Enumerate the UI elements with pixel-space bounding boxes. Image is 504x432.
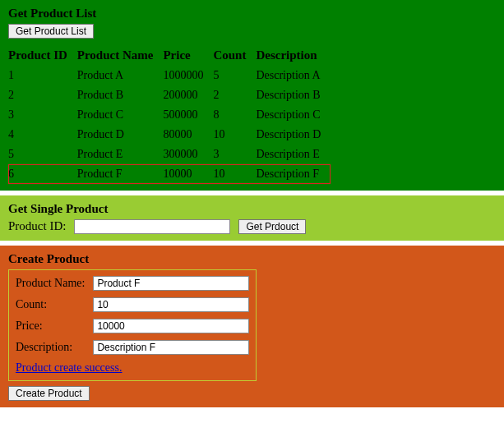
cell-id: 1 [8,66,77,85]
cell-count: 2 [213,85,256,105]
cell-count: 10 [213,125,256,145]
cell-desc: Description D [256,125,331,145]
get-single-product-button[interactable]: Get Prdouct [238,219,306,234]
cell-name: Product A [77,66,164,85]
table-row[interactable]: 5Product E3000003Description E [8,145,331,164]
table-row[interactable]: 6Product F1000010Description F [8,164,331,184]
get-product-list-button[interactable]: Get Product List [8,24,94,39]
cell-count: 10 [213,164,256,184]
cell-desc: Description A [256,66,331,85]
cell-count: 8 [213,105,256,125]
cell-price: 10000 [163,164,213,184]
product-table-header-row: Product ID Product Name Price Count Desc… [8,45,331,66]
col-header-price: Price [163,45,213,66]
get-product-list-title: Get Product List [8,7,496,21]
col-header-desc: Description [256,45,331,66]
product-price-label: Price: [12,316,88,336]
product-id-input[interactable] [74,219,230,234]
cell-count: 3 [213,145,256,164]
cell-id: 6 [8,164,77,184]
cell-name: Product D [77,125,164,145]
col-header-id: Product ID [8,45,77,66]
cell-desc: Description C [256,105,331,125]
product-id-label: Product ID: [8,219,66,232]
cell-name: Product C [77,105,164,125]
col-header-name: Product Name [77,45,164,66]
get-single-product-title: Get Single Product [8,202,496,216]
product-count-input[interactable] [93,297,249,312]
product-description-label: Description: [12,338,88,357]
cell-price: 80000 [163,125,213,145]
cell-price: 300000 [163,145,213,164]
cell-price: 1000000 [163,66,213,85]
cell-count: 5 [213,66,256,85]
table-row[interactable]: 3Product C5000008Description C [8,105,331,125]
create-product-button[interactable]: Create Product [8,386,90,401]
product-name-label: Product Name: [12,273,88,293]
create-status-message[interactable]: Product create success. [16,361,122,374]
cell-id: 4 [8,125,77,145]
cell-id: 3 [8,105,77,125]
product-description-input[interactable] [93,340,249,355]
product-table: Product ID Product Name Price Count Desc… [8,45,331,184]
create-product-title: Create Product [8,252,496,266]
table-row[interactable]: 4Product D8000010Description D [8,125,331,145]
get-product-list-panel: Get Product List Get Product List Produc… [0,0,504,191]
cell-name: Product F [77,164,164,184]
get-single-product-panel: Get Single Product Product ID: Get Prdou… [0,195,504,241]
table-row[interactable]: 2Product B2000002Description B [8,85,331,105]
cell-desc: Description F [256,164,331,184]
cell-desc: Description B [256,85,331,105]
product-price-input[interactable] [93,319,249,333]
cell-name: Product B [77,85,164,105]
cell-desc: Description E [256,145,331,164]
cell-name: Product E [77,145,164,164]
cell-id: 2 [8,85,77,105]
cell-id: 5 [8,145,77,164]
cell-price: 200000 [163,85,213,105]
product-count-label: Count: [12,295,88,315]
col-header-count: Count [213,45,256,66]
create-product-form: Product Name: Count: Price: Description:… [8,269,257,381]
cell-price: 500000 [163,105,213,125]
create-product-panel: Create Product Product Name: Count: Pric… [0,246,504,407]
table-row[interactable]: 1Product A10000005Description A [8,66,331,85]
product-name-input[interactable] [93,276,249,291]
